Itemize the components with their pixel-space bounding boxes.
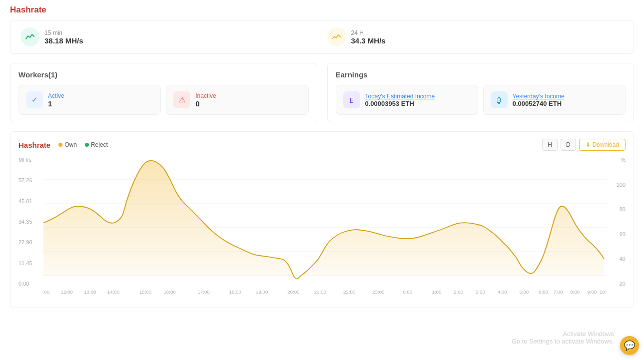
svg-text:12:00: 12:00 bbox=[60, 290, 72, 295]
svg-text:4:00: 4:00 bbox=[498, 290, 507, 295]
legend-reject: Reject bbox=[85, 141, 108, 148]
yesterday-earning-value: 0.00052740 ETH bbox=[513, 100, 565, 107]
svg-text:18:00: 18:00 bbox=[229, 290, 241, 295]
active-count: 1 bbox=[48, 99, 64, 108]
hashrate-24h-value: 34.3 MH/s bbox=[351, 36, 386, 45]
svg-text:16:00: 16:00 bbox=[163, 290, 175, 295]
workers-cards: ✓ Active 1 ⚠ Inactive 0 bbox=[18, 85, 309, 115]
y-label-4581: 45.81 bbox=[18, 198, 43, 204]
svg-text:10:00: 10:00 bbox=[600, 290, 607, 295]
svg-text:8:00: 8:00 bbox=[570, 290, 580, 295]
active-label: Active bbox=[48, 92, 64, 99]
svg-text:15:00: 15:00 bbox=[139, 290, 151, 295]
svg-text:2:00: 2:00 bbox=[454, 290, 463, 295]
active-icon: ✓ bbox=[26, 91, 43, 108]
svg-text:23:00: 23:00 bbox=[372, 290, 384, 295]
svg-text:13:00: 13:00 bbox=[84, 290, 96, 295]
earnings-cards: ₿ Today's Estimated Income 0.00003953 ET… bbox=[336, 85, 626, 115]
hashrate-15min: 15 min 38.18 MH/s bbox=[20, 27, 317, 46]
download-icon: ⬇ bbox=[586, 141, 591, 148]
svg-text:20:00: 20:00 bbox=[287, 290, 299, 295]
chart-title: Hashrate bbox=[18, 141, 50, 149]
inactive-label: Inactive bbox=[195, 92, 216, 99]
y-axis-right: % 100 80 60 40 20 bbox=[607, 156, 626, 301]
yesterday-earning-label[interactable]: Yesterday's Income bbox=[513, 93, 565, 100]
hashrate-15min-label: 15 min bbox=[44, 29, 83, 36]
inactive-count: 0 bbox=[195, 99, 216, 108]
y-right-20: 20 bbox=[607, 281, 626, 287]
inactive-icon: ⚠ bbox=[173, 91, 190, 108]
y-label-2290: 22.90 bbox=[18, 239, 43, 245]
earnings-panel: Earnings ₿ Today's Estimated Income 0.00… bbox=[327, 63, 635, 122]
reject-dot bbox=[85, 143, 89, 147]
page-title: Hashrate bbox=[10, 5, 634, 15]
chart-section: Hashrate Own Reject H D ⬇ Download bbox=[10, 131, 634, 308]
chart-header: Hashrate Own Reject H D ⬇ Download bbox=[18, 139, 626, 151]
svg-text:9:00: 9:00 bbox=[587, 290, 597, 295]
inactive-worker-card: ⚠ Inactive 0 bbox=[166, 85, 308, 115]
legend-own-label: Own bbox=[64, 141, 77, 148]
active-worker-card: ✓ Active 1 bbox=[18, 85, 161, 115]
earnings-title: Earnings bbox=[336, 70, 626, 79]
legend-reject-label: Reject bbox=[91, 141, 108, 148]
hashrate-24h-icon bbox=[327, 27, 346, 46]
hashrate-15min-icon bbox=[20, 27, 39, 46]
today-earning-label[interactable]: Today's Estimated Income bbox=[365, 93, 435, 100]
hashrate-chart: 11:00 12:00 13:00 14:00 15:00 16:00 17:0… bbox=[43, 156, 607, 301]
today-earning-value: 0.00003953 ETH bbox=[365, 100, 435, 107]
y-label-3435: 34.35 bbox=[18, 219, 43, 225]
h-button[interactable]: H bbox=[542, 139, 558, 151]
y-label-5726: 57.26 bbox=[18, 177, 43, 183]
chart-canvas: 11:00 12:00 13:00 14:00 15:00 16:00 17:0… bbox=[43, 156, 607, 301]
hashrate-24h: 24 H 34.3 MH/s bbox=[327, 27, 624, 46]
y-right-100: 100 bbox=[607, 182, 626, 188]
y-label-1145: 11.45 bbox=[18, 260, 43, 266]
y-right-80: 80 bbox=[607, 206, 626, 212]
hashrate-15min-value: 38.18 MH/s bbox=[44, 36, 83, 45]
svg-text:5:00: 5:00 bbox=[519, 290, 529, 295]
svg-text:17:00: 17:00 bbox=[197, 290, 209, 295]
y-label-000: 0.00 bbox=[18, 281, 43, 287]
svg-text:21:00: 21:00 bbox=[314, 290, 326, 295]
y-right-60: 60 bbox=[607, 231, 626, 237]
download-button[interactable]: ⬇ Download bbox=[579, 139, 626, 151]
svg-text:6:00: 6:00 bbox=[539, 290, 548, 295]
workers-earnings-row: Workers(1) ✓ Active 1 ⚠ Inactive 0 bbox=[10, 63, 634, 122]
download-label: Download bbox=[593, 141, 619, 148]
y-axis-left: MH/s 57.26 45.81 34.35 22.90 11.45 0.00 bbox=[18, 156, 43, 301]
own-dot bbox=[58, 143, 62, 147]
hashrate-24h-label: 24 H bbox=[351, 29, 386, 36]
chart-controls: H D ⬇ Download bbox=[542, 139, 626, 151]
svg-text:3:00: 3:00 bbox=[476, 290, 485, 295]
yesterday-earning-icon: ₿ bbox=[491, 91, 508, 108]
y-unit-left: MH/s bbox=[18, 157, 43, 163]
y-right-40: 40 bbox=[607, 256, 626, 262]
svg-text:7:00: 7:00 bbox=[553, 290, 563, 295]
workers-title: Workers(1) bbox=[18, 70, 309, 79]
today-earning-icon: ₿ bbox=[343, 91, 360, 108]
yesterday-earning-card: ₿ Yesterday's Income 0.00052740 ETH bbox=[483, 85, 626, 115]
y-unit-right: % bbox=[607, 157, 626, 163]
svg-text:11:00: 11:00 bbox=[43, 290, 49, 295]
svg-text:19:00: 19:00 bbox=[256, 290, 268, 295]
svg-text:1:00: 1:00 bbox=[432, 290, 442, 295]
d-button[interactable]: D bbox=[561, 139, 576, 151]
svg-text:22:00: 22:00 bbox=[343, 290, 355, 295]
hashrate-top-bar: 15 min 38.18 MH/s 24 H 34.3 MH/s bbox=[10, 20, 634, 54]
legend-own: Own bbox=[58, 141, 77, 148]
workers-panel: Workers(1) ✓ Active 1 ⚠ Inactive 0 bbox=[10, 63, 317, 122]
svg-text:14:00: 14:00 bbox=[107, 290, 119, 295]
svg-text:0:00: 0:00 bbox=[403, 290, 412, 295]
today-earning-card: ₿ Today's Estimated Income 0.00003953 ET… bbox=[336, 85, 478, 115]
